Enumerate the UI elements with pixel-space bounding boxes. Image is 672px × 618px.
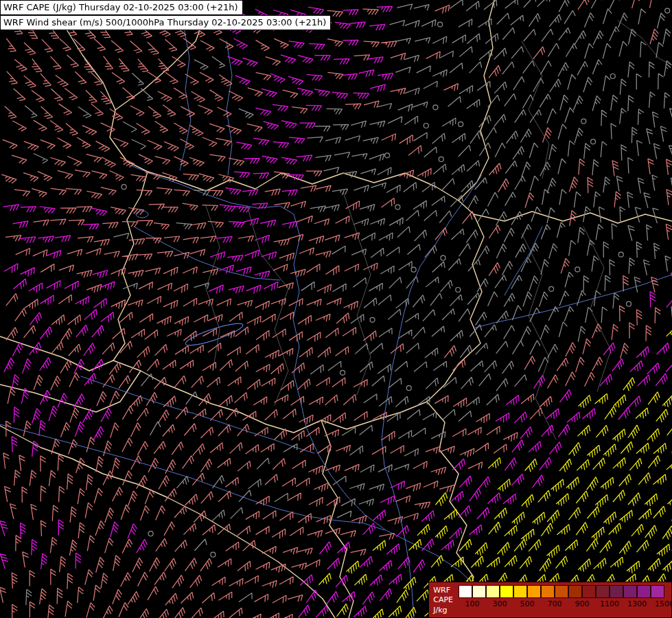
legend-label: WRF CAPE J/kg xyxy=(433,585,459,615)
legend-swatch xyxy=(637,585,651,598)
legend-tick-label: 900 xyxy=(575,599,590,608)
legend-model-label: WRF xyxy=(433,586,453,595)
legend-swatch xyxy=(541,585,555,598)
legend-swatch xyxy=(651,585,664,598)
legend-swatch xyxy=(459,585,472,598)
legend-tick-row: 100300500700900110013001500 xyxy=(459,599,666,610)
legend-swatch xyxy=(596,585,610,598)
legend-tick-label: 1100 xyxy=(600,599,619,608)
legend-tick-label: 300 xyxy=(493,599,507,608)
legend-swatch xyxy=(582,585,596,598)
legend-tick-label: 500 xyxy=(520,599,535,608)
legend-units-label: J/kg xyxy=(433,606,453,615)
legend-swatch xyxy=(486,585,500,598)
wind-barb-map-canvas xyxy=(0,0,672,618)
legend-tick-label: 700 xyxy=(548,599,562,608)
legend-field-label: CAPE xyxy=(433,595,453,605)
legend-tick-label: 1500 xyxy=(655,599,672,608)
legend-swatch xyxy=(513,585,527,598)
legend-swatch xyxy=(527,585,541,598)
legend-swatch xyxy=(472,585,486,598)
legend-swatch-row xyxy=(459,585,666,598)
legend-scale: 100300500700900110013001500 xyxy=(459,585,666,615)
legend-swatch xyxy=(568,585,582,598)
title-wind-shear: WRF Wind shear (m/s) 500/1000hPa Thursda… xyxy=(0,15,331,30)
legend-tick-label: 1300 xyxy=(627,599,647,608)
cape-color-legend: WRF CAPE J/kg 10030050070090011001300150… xyxy=(428,582,672,618)
legend-tick-label: 100 xyxy=(465,599,480,608)
legend-swatch xyxy=(623,585,637,598)
map-header: WRF CAPE (J/kg) Thursday 02-10-2025 03:0… xyxy=(0,0,331,30)
wrf-weather-map: WRF CAPE (J/kg) Thursday 02-10-2025 03:0… xyxy=(0,0,672,618)
legend-swatch xyxy=(500,585,513,598)
legend-swatch xyxy=(555,585,568,598)
legend-swatch xyxy=(610,585,623,598)
title-cape: WRF CAPE (J/kg) Thursday 02-10-2025 03:0… xyxy=(0,0,243,15)
